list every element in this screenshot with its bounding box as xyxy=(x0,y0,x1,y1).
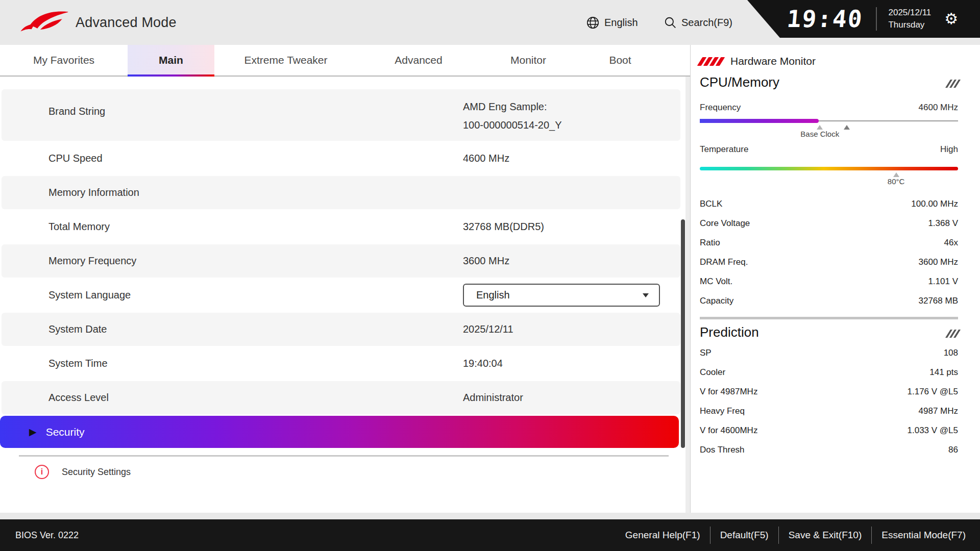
save-exit-button[interactable]: Save & Exit(F10) xyxy=(789,530,862,541)
header-bar: Advanced Mode English Search(F9) 19:40 2… xyxy=(0,0,980,45)
divider xyxy=(700,317,958,319)
row-brand-string: Brand String AMD Eng Sample: 100-0000005… xyxy=(2,89,680,141)
base-clock-label: Base Clock xyxy=(800,130,839,138)
temperature-marker-label: 80°C xyxy=(888,177,905,186)
stat-row: Dos Thresh 86 xyxy=(700,440,958,460)
page-title: Advanced Mode xyxy=(76,0,177,45)
tab-main[interactable]: Main xyxy=(128,45,214,76)
dropdown-value: English xyxy=(476,289,510,301)
bottom-strip xyxy=(0,513,980,519)
stat-row: SP 108 xyxy=(700,343,958,363)
gauge-fill xyxy=(700,119,819,123)
stat-row: Ratio 46x xyxy=(700,233,958,253)
row-label: System Time xyxy=(2,358,108,369)
collapse-icon[interactable] xyxy=(946,328,958,338)
row-value: 3600 MHz xyxy=(463,255,509,267)
clock-panel: 19:40 2025/12/11 Thursday ⚙ xyxy=(747,0,980,38)
row-value: 19:40:04 xyxy=(463,358,503,369)
row-access-level: Access Level Administrator xyxy=(2,381,680,414)
row-memory-information: Memory Information xyxy=(2,176,680,209)
divider xyxy=(871,527,872,544)
rog-logo-icon xyxy=(18,7,69,37)
cpu-memory-title: CPU/Memory xyxy=(700,74,779,90)
settings-list: Brand String AMD Eng Sample: 100-0000005… xyxy=(0,77,690,513)
search-label: Search(F9) xyxy=(681,17,732,29)
row-label: Memory Frequency xyxy=(2,255,136,267)
frequency-value: 4600 MHz xyxy=(919,103,958,113)
row-system-language: System Language English xyxy=(2,279,680,312)
stat-row: MC Volt. 1.101 V xyxy=(700,272,958,291)
divider xyxy=(19,455,669,457)
stat-row: BCLK 100.00 MHz xyxy=(700,194,958,214)
row-label: System Date xyxy=(2,323,107,335)
default-button[interactable]: Default(F5) xyxy=(720,530,769,541)
temperature-marker-icon xyxy=(893,172,899,177)
row-total-memory: Total Memory 32768 MB(DDR5) xyxy=(2,210,680,243)
tab-monitor[interactable]: Monitor xyxy=(480,45,577,76)
stat-row: Capacity 32768 MB xyxy=(700,291,958,311)
main-menu-tabbar: My Favorites Main Extreme Tweaker Advanc… xyxy=(0,45,690,77)
temperature-value: High xyxy=(940,144,958,155)
hardware-monitor-title: Hardware Monitor xyxy=(730,55,816,67)
essential-mode-button[interactable]: Essential Mode(F7) xyxy=(881,530,966,541)
rog-stripes-icon xyxy=(700,57,724,66)
info-icon: i xyxy=(35,465,49,479)
collapse-icon[interactable] xyxy=(946,78,958,88)
search-button[interactable]: Search(F9) xyxy=(664,0,732,45)
row-value: 2025/12/11 xyxy=(463,323,513,335)
temperature-label: Temperature xyxy=(700,144,748,155)
row-memory-frequency: Memory Frequency 3600 MHz xyxy=(2,244,680,278)
stat-row: Heavy Freq 4987 MHz xyxy=(700,402,958,421)
row-value: Administrator xyxy=(463,392,523,404)
row-label: Access Level xyxy=(2,392,109,404)
row-system-date: System Date 2025/12/11 xyxy=(2,313,680,346)
row-system-time: System Time 19:40:04 xyxy=(2,347,680,380)
row-value: AMD Eng Sample: 100-000000514-20_Y xyxy=(463,97,562,134)
stat-row: Cooler 141 pts xyxy=(700,363,958,382)
row-value: 4600 MHz xyxy=(463,153,509,164)
stat-row: DRAM Freq. 3600 MHz xyxy=(700,253,958,272)
temperature-gradient-bar xyxy=(700,167,958,170)
scrollbar-track xyxy=(685,77,690,513)
language-selector[interactable]: English xyxy=(586,0,638,45)
divider xyxy=(876,7,877,31)
prediction-stats: SP 108 Cooler 141 pts V for 4987MHz 1.17… xyxy=(700,343,958,460)
chevron-down-icon xyxy=(643,293,649,297)
gear-icon[interactable]: ⚙ xyxy=(944,11,958,27)
language-label: English xyxy=(604,17,638,29)
search-icon xyxy=(664,16,677,29)
stat-row: Core Voltage 1.368 V xyxy=(700,214,958,233)
bios-version: BIOS Ver. 0222 xyxy=(15,530,79,541)
prediction-title: Prediction xyxy=(700,324,759,340)
stat-row: V for 4987MHz 1.176 V @L5 xyxy=(700,382,958,402)
row-value: 32768 MB(DDR5) xyxy=(463,221,544,233)
system-language-dropdown[interactable]: English xyxy=(463,284,660,307)
tab-advanced[interactable]: Advanced xyxy=(357,45,480,76)
clock-weekday: Thursday xyxy=(888,20,931,30)
divider xyxy=(778,527,779,544)
security-settings-label: Security Settings xyxy=(62,467,131,478)
security-label: Security xyxy=(46,426,85,438)
cpu-memory-stats: BCLK 100.00 MHz Core Voltage 1.368 V Rat… xyxy=(700,194,958,311)
tab-my-favorites[interactable]: My Favorites xyxy=(0,45,128,76)
clock-time: 19:40 xyxy=(786,5,864,33)
globe-icon xyxy=(586,16,600,30)
hardware-monitor-panel: Hardware Monitor CPU/Memory Frequency 46… xyxy=(690,45,980,513)
base-clock-marker-icon xyxy=(817,125,823,130)
security-settings-item[interactable]: i Security Settings xyxy=(35,465,690,479)
clock-date: 2025/12/11 xyxy=(888,8,931,18)
row-label: System Language xyxy=(2,289,131,301)
tab-boot[interactable]: Boot xyxy=(577,45,664,76)
row-label: CPU Speed xyxy=(2,153,103,164)
row-label: Total Memory xyxy=(2,221,110,233)
hardware-monitor-header: Hardware Monitor xyxy=(700,55,958,67)
tab-extreme-tweaker[interactable]: Extreme Tweaker xyxy=(214,45,357,76)
temperature-gauge: 80°C xyxy=(700,167,958,187)
security-menu-item[interactable]: ▶ Security xyxy=(0,416,679,448)
general-help-button[interactable]: General Help(F1) xyxy=(625,530,700,541)
row-cpu-speed: CPU Speed 4600 MHz xyxy=(2,142,680,175)
row-label: Memory Information xyxy=(2,187,139,198)
scrollbar-thumb[interactable] xyxy=(681,219,685,448)
divider xyxy=(710,527,710,544)
stat-row: V for 4600MHz 1.033 V @L5 xyxy=(700,421,958,440)
